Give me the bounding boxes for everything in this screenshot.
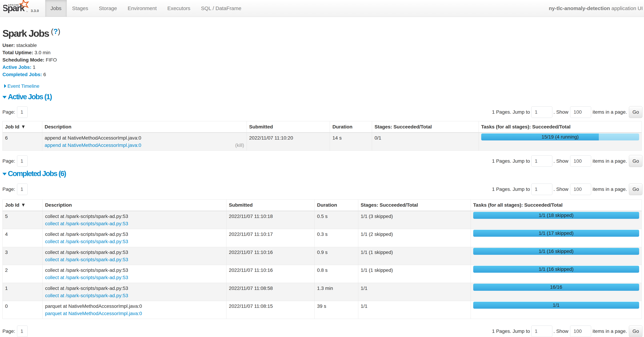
svg-text:TM: TM — [26, 11, 28, 12]
svg-text:Spark: Spark — [3, 3, 25, 13]
